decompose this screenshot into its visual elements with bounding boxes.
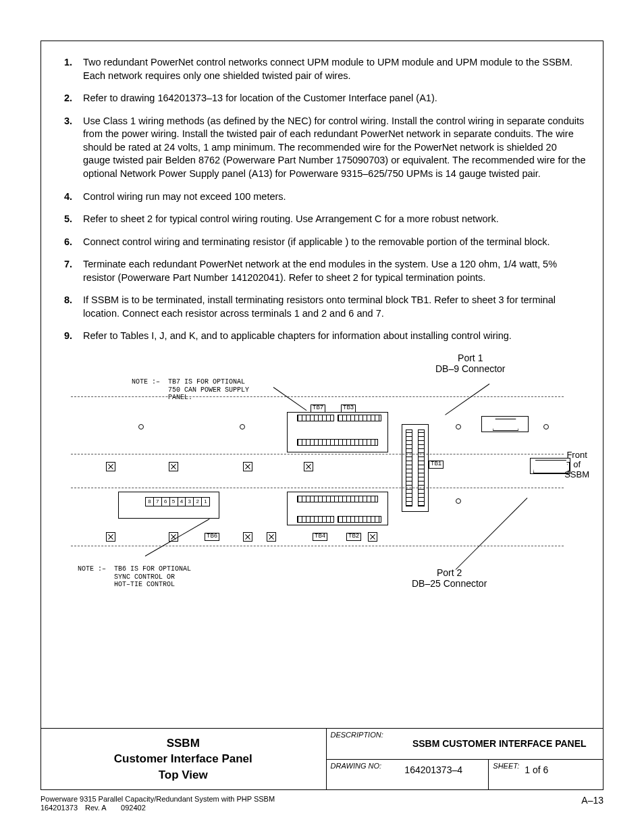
tb3-strip [338,415,381,421]
tb6-d1: 1 [202,498,209,506]
note-8: If SSBM is to be terminated, install ter… [83,294,587,320]
hole-icon [456,498,461,504]
port2-title: Port 2 [412,567,487,578]
callout-port2: Port 2 DB–25 Connector [412,567,487,589]
callout-note-tb6: NOTE :– TB6 IS FOR OPTIONAL SYNC CONTROL… [78,565,191,589]
screw-icon [243,532,252,542]
db9-connector-icon [493,419,518,431]
diagram-area: Port 1 DB–9 Connector NOTE :– TB7 IS FOR… [57,353,587,623]
schematic-panel: 8 7 6 5 4 3 2 1 [71,396,564,546]
tb6-d6: 6 [162,498,170,506]
sheet-cell: SHEET: 1 of 6 [488,760,603,790]
front-of-ssbm-label: Front of SSBM [564,450,589,479]
drawing-row: DRAWING NO: 164201373–4 SHEET: 1 of 6 [327,760,604,790]
tb6-d4: 4 [178,498,186,506]
title-block: SSBM Customer Interface Panel Top View D… [41,728,603,790]
screw-icon [368,532,377,542]
tb6-label: TB6 [205,533,219,541]
title-right: DESCRIPTION: SSBM CUSTOMER INTERFACE PAN… [327,729,604,790]
port1-title: Port 1 [435,353,506,363]
page: Two redundant PowerNet control networks … [0,0,644,834]
note-5: Refer to sheet 2 for typical control wir… [83,213,587,226]
description-value: SSBM CUSTOMER INTERFACE PANEL [396,729,604,759]
description-row: DESCRIPTION: SSBM CUSTOMER INTERFACE PAN… [327,729,604,760]
drawing-no-value: 164201373–4 [383,761,484,777]
title-left: SSBM Customer Interface Panel Top View [41,729,327,790]
tb6-d7: 7 [154,498,162,506]
leader-port2 [456,498,528,570]
screw-icon [106,532,115,542]
dash-mid-upper [71,454,564,454]
sheet-value: 1 of 6 [520,761,548,777]
tb4-strip [297,516,334,523]
footer-line2: 164201373 Rev. A 092402 [41,804,275,812]
tb6-d8: 8 [146,498,154,506]
note-6: Connect control wiring and terminating r… [83,236,587,249]
note-3: Use Class 1 wiring methods (as defined b… [83,115,587,181]
note-2: Refer to drawing 164201373–13 for locati… [83,92,587,105]
tb-mid-strip [297,439,378,446]
tb1-strip-a [406,429,412,506]
tb7-strip [297,415,334,421]
note-1: Two redundant PowerNet control networks … [83,56,587,82]
description-label: DESCRIPTION: [327,729,396,759]
tb2-label: TB2 [346,533,361,541]
hole-icon [138,424,144,429]
drawing-no-cell: DRAWING NO: 164201373–4 [327,760,489,790]
tb2-strip [338,516,381,523]
title-left-text: SSBM Customer Interface Panel Top View [114,735,252,783]
footer-left: Powerware 9315 Parallel Capacity/Redunda… [41,795,275,812]
tb3-label: TB3 [341,405,356,413]
leader-tb7 [273,387,307,411]
tb1-strip-b [418,429,425,506]
notes-list: Two redundant PowerNet control networks … [57,56,587,343]
page-footer: Powerware 9315 Parallel Capacity/Redunda… [41,795,603,812]
db25-connector-icon [533,460,568,473]
footer-page-no: A–13 [581,795,603,812]
sheet-label: SHEET: [493,761,519,771]
tb6-cells: 8 7 6 5 4 3 2 1 [145,497,210,506]
note-4: Control wiring run may not exceed 100 me… [83,190,587,204]
note-7: Terminate each redundant PowerNet networ… [83,258,587,284]
screw-icon [169,462,178,471]
tb7-label: TB7 [311,405,325,413]
hole-icon [240,424,245,429]
dash-mid-lower [71,488,564,488]
note-9: Refer to Tables I, J, and K, and to appl… [83,330,587,343]
port1-sub: DB–9 Connector [435,363,506,374]
drawing-no-label: DRAWING NO: [331,761,382,771]
screw-icon [304,462,313,471]
screw-icon [267,532,276,542]
front-l2: of [564,460,589,469]
drawing-frame: Two redundant PowerNet control networks … [41,41,603,790]
tb4-label: TB4 [313,533,327,541]
screw-icon [243,462,252,471]
tb1-label: TB1 [429,461,444,469]
front-l3: SSBM [564,470,589,479]
tb6-d3: 3 [186,498,194,506]
tb6-d5: 5 [170,498,178,506]
hole-icon [456,424,461,429]
callout-port1: Port 1 DB–9 Connector [435,353,506,374]
leader-port1 [445,384,489,415]
tb6-d2: 2 [194,498,202,506]
port2-sub: DB–25 Connector [412,578,487,589]
tb-bot-upper [297,496,378,502]
screw-icon [106,462,115,471]
footer-line1: Powerware 9315 Parallel Capacity/Redunda… [41,795,275,804]
leader-tb6 [145,519,210,556]
front-l1: Front [564,450,589,460]
hole-icon [543,424,549,429]
